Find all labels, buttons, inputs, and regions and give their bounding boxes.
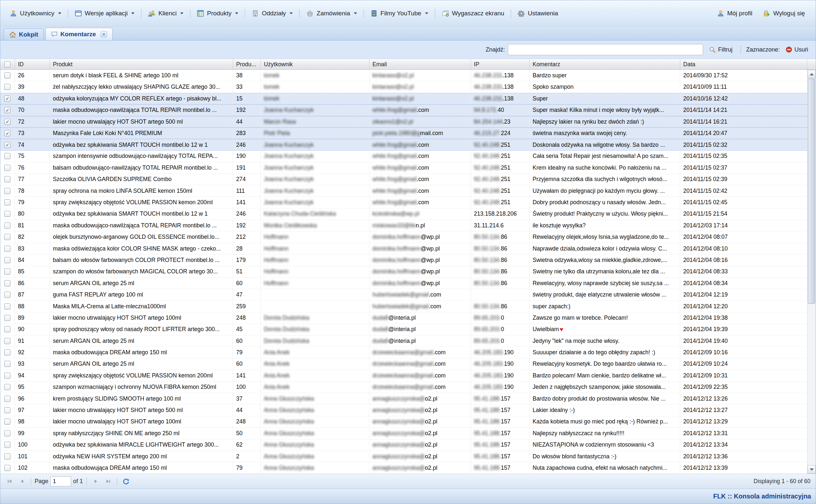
- table-row[interactable]: 89lakier mocno utrwalający HOT SHOT arte…: [0, 312, 807, 324]
- row-checkbox[interactable]: [4, 246, 10, 252]
- table-row[interactable]: 85szampon do włosów farbowanych MAGICAL …: [0, 266, 807, 278]
- delete-selected-button[interactable]: Usuń: [783, 45, 811, 55]
- row-checkbox[interactable]: [4, 453, 10, 460]
- table-row[interactable]: 84balsam do włosów farbowanych COLOR PRO…: [0, 254, 807, 266]
- table-row[interactable]: 93serum ARGAN OIL artego 25 ml60Ania Ane…: [0, 359, 807, 370]
- column-header-komentarz[interactable]: Komentarz: [530, 59, 681, 69]
- table-row[interactable]: 79spray zwiększający objętość VOLUME PAS…: [0, 197, 807, 208]
- page-number-input[interactable]: [50, 476, 71, 486]
- scroll-up-button[interactable]: [808, 70, 816, 78]
- row-checkbox[interactable]: [4, 234, 10, 240]
- table-row[interactable]: 81maska odbudowująco-nawilżająca TOTAL R…: [0, 220, 807, 231]
- row-checkbox[interactable]: [4, 176, 10, 182]
- row-checkbox[interactable]: [4, 188, 10, 194]
- table-row[interactable]: 39żel nabłyszczjący lekko utrwalający SH…: [0, 81, 807, 93]
- row-checkbox[interactable]: [4, 199, 10, 206]
- table-row[interactable]: 87guma FAST REPLAY artego 100 ml47hubert…: [0, 289, 807, 300]
- row-checkbox[interactable]: ✓: [4, 96, 10, 102]
- table-row[interactable]: 100odżywka bez spłukiwania MIRACLE LIGHT…: [0, 439, 807, 451]
- table-row[interactable]: 77Szczotka OLIVIA GARDEN SUPREME Combo27…: [0, 174, 807, 185]
- tab-kokpit[interactable]: Kokpit: [4, 28, 44, 40]
- table-row[interactable]: ✓74odżywka bez spłukiwania SMART TOUCH m…: [0, 139, 807, 150]
- row-checkbox[interactable]: [4, 465, 10, 471]
- menu-oddziały[interactable]: Oddziały: [247, 7, 297, 20]
- table-row[interactable]: 95szampon wzmacniający i ochronny NUOVA …: [0, 382, 807, 393]
- menu-wygaszacz-ekranu[interactable]: Wygaszacz ekranu: [438, 7, 509, 20]
- row-checkbox[interactable]: [4, 292, 10, 298]
- row-checkbox[interactable]: [4, 315, 10, 321]
- tab-komentarze[interactable]: Komentarze×: [45, 28, 113, 40]
- row-checkbox[interactable]: [4, 419, 10, 425]
- menu-ustawienia[interactable]: Ustawienia: [514, 7, 562, 20]
- row-checkbox[interactable]: ✓: [4, 119, 10, 125]
- table-row[interactable]: 75szampon intensywnie odbudowująco-nawil…: [0, 151, 807, 162]
- row-checkbox[interactable]: [4, 407, 10, 413]
- column-header-produ[interactable]: Produ...: [233, 59, 261, 69]
- first-page-button[interactable]: [4, 476, 15, 487]
- button-mój-profil[interactable]: Mój profil: [713, 7, 757, 20]
- tab-close-icon[interactable]: ×: [100, 31, 107, 38]
- table-row[interactable]: 78spray ochrona na mokro LINFA SOLARE ke…: [0, 185, 807, 197]
- scroll-down-button[interactable]: [808, 465, 816, 474]
- table-row[interactable]: 90spray podnoszący włosy od nasady ROOT …: [0, 324, 807, 335]
- table-row[interactable]: ✓48odżywka koloryzująca MY COLOR REFLEX …: [0, 93, 807, 104]
- row-checkbox[interactable]: ✓: [4, 142, 10, 148]
- menu-wersje-aplikacji[interactable]: Wersje aplikacji: [70, 7, 139, 20]
- table-row[interactable]: 98lakier mocno utrwalający HOT SHOT arte…: [0, 416, 807, 428]
- column-header-email[interactable]: Email: [369, 59, 471, 69]
- menu-filmy-youtube[interactable]: Filmy YouTube: [366, 7, 433, 20]
- prev-page-button[interactable]: [17, 476, 27, 487]
- table-row[interactable]: 101odżywka NEW HAIR SYSTEM artego 200 ml…: [0, 451, 807, 462]
- row-checkbox[interactable]: [4, 153, 10, 159]
- row-checkbox[interactable]: [4, 361, 10, 367]
- table-row[interactable]: 92maska odbudowująca DREAM artego 150 ml…: [0, 347, 807, 358]
- column-header-użytkownik[interactable]: Użytkownik: [261, 59, 369, 69]
- search-input[interactable]: [508, 44, 703, 55]
- table-row[interactable]: 94spray zwiększający objętość VOLUME PAS…: [0, 370, 807, 381]
- menu-zamówienia[interactable]: Zamówienia: [302, 7, 361, 20]
- row-checkbox[interactable]: [4, 430, 10, 436]
- table-row[interactable]: 102maska odbudowująca DREAM artego 150 m…: [0, 462, 807, 474]
- select-all-checkbox[interactable]: [4, 61, 10, 68]
- row-checkbox[interactable]: [4, 211, 10, 217]
- refresh-button[interactable]: [121, 476, 131, 487]
- table-row[interactable]: 99spray nabłyszczjący SHINE ON ME artego…: [0, 428, 807, 439]
- row-checkbox[interactable]: [4, 72, 10, 79]
- table-row[interactable]: 26serum dotyk i blask FEEL & SHINE arteg…: [0, 70, 807, 81]
- column-header-data[interactable]: Data: [680, 59, 807, 69]
- table-row[interactable]: 76balsam odbudowująco-nawilżający TOTAL …: [0, 162, 807, 174]
- menu-użytkownicy[interactable]: Użytkownicy: [6, 7, 66, 20]
- last-page-button[interactable]: [103, 476, 113, 487]
- table-row[interactable]: 91serum ARGAN OIL artego 25 ml60Dorota D…: [0, 335, 807, 347]
- column-header-produkt[interactable]: Produkt: [50, 59, 233, 69]
- row-checkbox[interactable]: [4, 326, 10, 332]
- column-header-id[interactable]: ID: [15, 59, 50, 69]
- menu-produkty[interactable]: Produkty: [192, 7, 242, 20]
- row-checkbox[interactable]: [4, 165, 10, 171]
- row-checkbox[interactable]: [4, 84, 10, 90]
- row-checkbox[interactable]: [4, 442, 10, 448]
- column-header-ip[interactable]: IP: [471, 59, 530, 69]
- table-row[interactable]: 96krem prostujący SLIDING SMOOTH artego …: [0, 393, 807, 405]
- row-checkbox[interactable]: [4, 338, 10, 344]
- row-checkbox[interactable]: [4, 349, 10, 356]
- table-row[interactable]: 82olejek bursztynowo-arganowy GOLD OIL E…: [0, 231, 807, 243]
- row-checkbox[interactable]: ✓: [4, 130, 10, 136]
- table-row[interactable]: 83maska odświeżająca kolor COLOR SHINE M…: [0, 243, 807, 254]
- table-row[interactable]: 88Maska MILA-Crema al Latte-mleczna1000m…: [0, 301, 807, 312]
- row-checkbox[interactable]: [4, 396, 10, 402]
- next-page-button[interactable]: [90, 476, 101, 487]
- button-wyloguj-się[interactable]: Wyloguj się: [759, 7, 809, 20]
- row-checkbox[interactable]: [4, 303, 10, 310]
- table-row[interactable]: ✓72lakier mocno utrwalający HOT SHOT art…: [0, 116, 807, 128]
- menu-klienci[interactable]: Klienci: [144, 7, 188, 20]
- table-row[interactable]: 80odżywka bez spłukiwania SMART TOUCH mo…: [0, 208, 807, 220]
- row-checkbox[interactable]: [4, 373, 10, 379]
- table-row[interactable]: ✓70maska odbudowująco-nawilżająca TOTAL …: [0, 104, 807, 116]
- row-checkbox[interactable]: [4, 222, 10, 229]
- row-checkbox[interactable]: [4, 384, 10, 390]
- row-checkbox[interactable]: [4, 268, 10, 275]
- table-row[interactable]: 97lakier mocno utrwalający HOT SHOT arte…: [0, 405, 807, 416]
- row-checkbox[interactable]: [4, 280, 10, 286]
- filter-button[interactable]: Filtruj: [706, 45, 735, 55]
